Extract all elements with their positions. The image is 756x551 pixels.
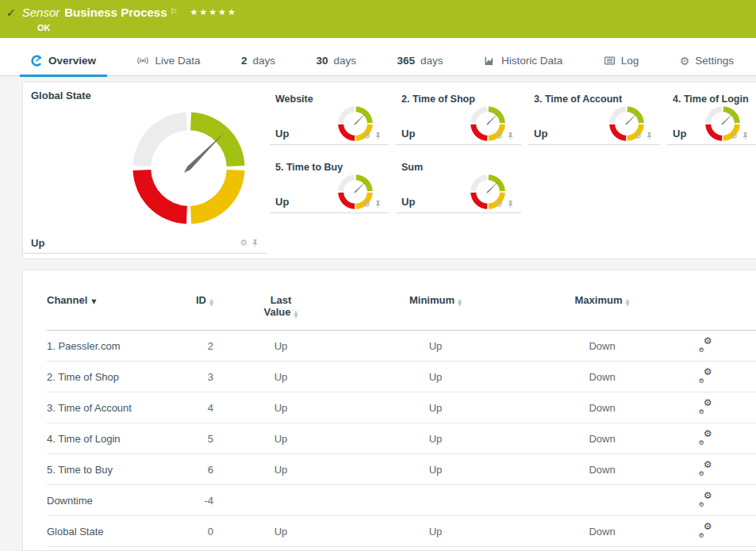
channel-cell: Downtime [47,485,166,516]
table-row: 5. Time to Buy6UpUpDown⚙⚙ [47,454,756,485]
channel-name[interactable]: Global State [47,526,104,538]
live-data-icon [136,55,149,66]
last-value-cell: Up [213,547,348,551]
id-cell: 2 [166,331,213,362]
tab-settings[interactable]: ⚙Settings [669,47,745,77]
actions-cell: ⚙⚙ [681,485,729,516]
gear-icon[interactable]: ⚙ [363,131,370,141]
table-row: 2. Time of Shop3UpUpDown⚙⚙ [47,362,756,392]
status-value: Up [275,128,289,140]
channel-settings-icon[interactable]: ⚙⚙ [699,400,712,413]
column-header-maximum[interactable]: Maximum▲▼ [523,285,681,331]
gauge-needle [354,113,366,125]
column-header-minimum[interactable]: Minimum▲▼ [348,285,523,331]
sort-icon: ▲▼ [458,299,462,307]
status-check-icon: ✓ [6,5,16,21]
channel-cell: 5. Time to Buy [47,454,166,485]
sensor-status-badge: OK [37,23,748,33]
gauge-panel-2: 2. Time of ShopUp⚙ [396,88,521,145]
last-value-cell: Up [213,516,348,547]
sort-desc-icon: ▼ [91,298,96,305]
flag-icon[interactable]: ⚐ [171,4,178,20]
table-row: Downtime-4⚙⚙ [47,485,756,516]
column-header-id[interactable]: ID▲▼ [166,285,213,331]
channel-name[interactable]: 2. Time of Shop [47,371,119,383]
channel-name[interactable]: 1. Paessler.com [47,340,121,352]
table-row: 1. Paessler.com2UpUpDown⚙⚙ [47,331,756,362]
channel-table-card: Channel▼ID▲▼LastValue▲▼Minimum▲▼Maximum▲… [22,270,756,551]
channel-cell: 4. Time of Login [47,423,166,454]
gauge-panel-global: Global State Up ⚙ [23,82,267,254]
channel-name[interactable]: 5. Time to Buy [47,464,113,476]
pin-icon[interactable] [507,132,514,140]
gauge-needle [486,181,499,193]
channel-settings-icon[interactable]: ⚙⚙ [699,524,712,537]
filler-cell [729,362,756,392]
tab-log[interactable]: Log [593,47,650,77]
maximum-cell [523,485,681,516]
priority-stars[interactable]: ★★★★★ [190,5,236,21]
filler-cell [729,392,756,423]
panel-title: Global State [31,90,263,101]
channel-settings-icon[interactable]: ⚙⚙ [699,493,712,506]
gear-icon[interactable]: ⚙ [240,238,248,248]
column-header-filler [729,285,756,331]
gear-icon[interactable]: ⚙ [730,131,738,141]
tab-label: Log [621,55,639,67]
last-value-cell: Up [213,331,348,362]
gauge-needle [721,113,734,125]
channel-name[interactable]: 4. Time of Login [47,433,121,445]
actions-cell: ⚙⚙ [681,362,729,392]
object-type-label: Sensor [22,5,60,21]
panel-icons: ⚙ [495,199,514,209]
pin-icon[interactable] [374,132,382,140]
pin-icon[interactable] [646,132,653,140]
maximum-cell: Down [523,516,681,547]
last-value-cell: Up [213,454,348,485]
gauge-panel-5: 5. Time to BuyUp⚙ [270,156,389,213]
pin-icon[interactable] [251,239,259,247]
actions-cell: ⚙⚙ [681,454,729,485]
tab-label: days [252,55,275,67]
minimum-cell: Up [348,392,523,423]
tab-30-days[interactable]: 30days [305,47,367,77]
pin-icon[interactable] [374,200,382,209]
channel-settings-icon[interactable]: ⚙⚙ [699,339,712,351]
tab-number: 30 [316,55,328,67]
maximum-cell: Down [523,362,681,392]
channel-settings-icon[interactable]: ⚙⚙ [699,369,712,382]
panel-icons: ⚙ [634,131,653,141]
channel-settings-icon[interactable]: ⚙⚙ [699,431,712,444]
status-value: Up [275,196,289,208]
pin-icon[interactable] [742,132,749,140]
gear-icon[interactable]: ⚙ [495,131,503,141]
tab-historic-data[interactable]: Historic Data [473,47,574,77]
gauge-panel-1: WebsiteUp⚙ [270,88,389,145]
table-row: 4. Time of Login5UpUpDown⚙⚙ [47,423,756,454]
channel-settings-icon[interactable]: ⚙⚙ [699,462,712,475]
tab-365-days[interactable]: 365days [386,47,454,77]
pin-icon[interactable] [507,200,514,209]
column-label: Minimum [409,294,455,306]
channel-cell: 2. Time of Shop [47,362,166,392]
column-header-channel[interactable]: Channel▼ [47,285,166,331]
gear-icon[interactable]: ⚙ [634,131,642,141]
column-header-last-value[interactable]: LastValue▲▼ [213,285,348,331]
gauge-needle [354,181,366,193]
gear-icon[interactable]: ⚙ [495,199,503,209]
channel-cell: 3. Time of Account [47,392,166,423]
tab-overview[interactable]: Overview [20,47,107,77]
panel-icons: ⚙ [240,238,259,248]
table-head: Channel▼ID▲▼LastValue▲▼Minimum▲▼Maximum▲… [47,285,756,331]
channel-name[interactable]: Downtime [47,495,93,507]
last-value-cell [213,485,348,516]
tab-live-data[interactable]: Live Data [125,47,211,77]
tab-2-days[interactable]: 2days [230,47,286,77]
actions-cell: ⚙⚙ [681,423,729,454]
status-value: Up [673,128,686,140]
channel-name[interactable]: 3. Time of Account [47,402,132,414]
gear-icon[interactable]: ⚙ [363,199,370,209]
minimum-cell: Up [348,362,523,392]
tab-number: 365 [397,55,415,67]
channel-cell: Sum [47,547,166,551]
